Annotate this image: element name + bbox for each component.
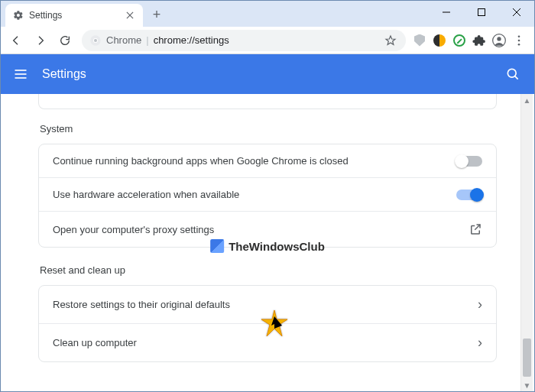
open-external-icon — [469, 222, 482, 236]
settings-header: Settings — [1, 54, 534, 94]
chevron-right-icon: › — [478, 296, 482, 313]
page-title: Settings — [42, 67, 490, 81]
scroll-down-icon[interactable]: ▼ — [521, 379, 533, 391]
row-label: Use hardware acceleration when available — [53, 189, 456, 200]
svg-point-8 — [94, 39, 97, 42]
svg-point-11 — [497, 37, 501, 40]
row-background-apps[interactable]: Continue running background apps when Go… — [39, 144, 496, 177]
close-icon[interactable] — [125, 10, 135, 21]
hamburger-menu-icon[interactable] — [13, 66, 28, 82]
shield-icon[interactable] — [412, 33, 427, 48]
extensions-puzzle-icon[interactable] — [472, 33, 487, 48]
omnibox-separator: | — [146, 34, 148, 46]
vertical-scrollbar[interactable]: ▲ ▼ — [520, 94, 533, 391]
svg-point-14 — [518, 43, 520, 45]
row-label: Restore settings to their original defau… — [53, 299, 478, 310]
address-bar[interactable]: Chrome | chrome://settings — [82, 30, 406, 51]
svg-line-19 — [515, 76, 518, 79]
row-label: Open your computer's proxy settings — [53, 224, 469, 235]
chrome-page-icon — [89, 34, 102, 47]
row-restore-defaults[interactable]: Restore settings to their original defau… — [39, 286, 496, 323]
settings-scroll-area[interactable]: System Continue running background apps … — [1, 94, 534, 391]
close-window-button[interactable] — [499, 1, 534, 24]
extension-green-icon[interactable] — [452, 33, 467, 48]
profile-avatar-icon[interactable] — [491, 33, 507, 48]
svg-point-18 — [507, 69, 516, 77]
svg-point-13 — [518, 39, 520, 41]
maximize-button[interactable] — [464, 1, 499, 24]
svg-point-12 — [518, 35, 520, 37]
omnibox-url: chrome://settings — [154, 34, 229, 46]
new-tab-button[interactable]: + — [146, 4, 167, 25]
bookmark-star-icon[interactable] — [383, 33, 398, 48]
row-label: Clean up computer — [53, 337, 478, 348]
back-button[interactable] — [5, 30, 27, 51]
scroll-up-icon[interactable]: ▲ — [521, 94, 533, 106]
row-label: Continue running background apps when Go… — [53, 155, 456, 167]
kebab-menu-icon[interactable] — [511, 33, 527, 48]
extension-icons — [412, 33, 530, 48]
svg-rect-3 — [478, 9, 485, 16]
toggle-switch[interactable] — [456, 190, 482, 200]
chevron-right-icon: › — [478, 335, 482, 351]
section-title-reset: Reset and clean up — [38, 264, 497, 276]
tab-title: Settings — [29, 10, 119, 21]
reset-card: Restore settings to their original defau… — [38, 285, 497, 362]
row-hardware-accel[interactable]: Use hardware acceleration when available — [39, 177, 496, 211]
search-icon[interactable] — [504, 65, 522, 83]
section-title-system: System — [38, 123, 497, 134]
window-controls — [429, 1, 534, 24]
row-clean-up-computer[interactable]: Clean up computer › — [39, 323, 496, 361]
gear-icon — [13, 10, 24, 21]
svg-line-20 — [475, 225, 480, 230]
omnibox-scheme: Chrome — [106, 34, 141, 46]
scrollbar-thumb[interactable] — [523, 339, 531, 377]
toggle-switch[interactable] — [456, 156, 482, 167]
extension-orange-icon[interactable] — [432, 33, 447, 48]
svg-marker-9 — [386, 36, 395, 44]
browser-toolbar: Chrome | chrome://settings — [1, 27, 534, 54]
row-proxy-settings[interactable]: Open your computer's proxy settings — [39, 211, 496, 247]
browser-tab[interactable]: Settings — [5, 4, 143, 27]
system-card: Continue running background apps when Go… — [38, 144, 497, 248]
minimize-button[interactable] — [429, 1, 464, 24]
previous-card-edge — [38, 94, 497, 109]
reload-button[interactable] — [54, 30, 76, 51]
forward-button[interactable] — [30, 30, 51, 51]
window-titlebar: Settings + — [1, 1, 534, 27]
